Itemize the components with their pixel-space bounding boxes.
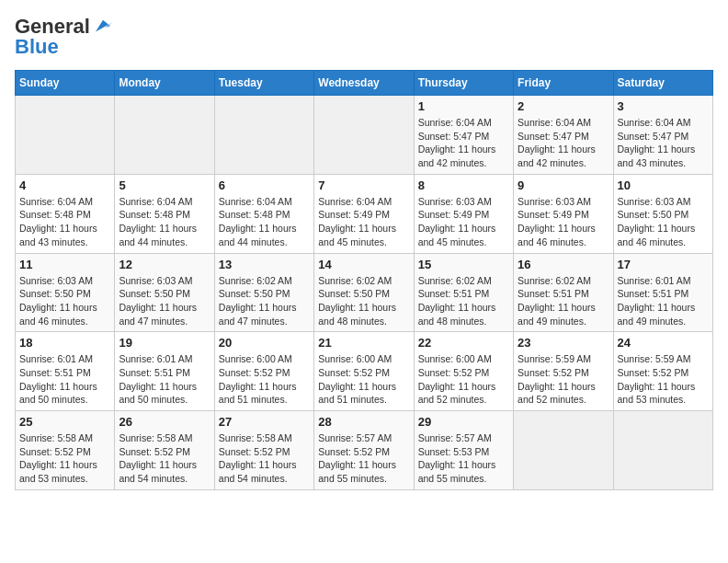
calendar-header-sunday: Sunday xyxy=(16,71,115,96)
day-number: 21 xyxy=(318,336,409,350)
calendar-week-row: 25Sunrise: 5:58 AMSunset: 5:52 PMDayligh… xyxy=(16,411,713,490)
calendar-week-row: 1Sunrise: 6:04 AMSunset: 5:47 PMDaylight… xyxy=(16,96,713,175)
calendar-header-monday: Monday xyxy=(115,71,214,96)
day-info: Sunrise: 6:04 AMSunset: 5:47 PMDaylight:… xyxy=(518,116,609,170)
day-number: 28 xyxy=(318,415,409,429)
calendar-week-row: 18Sunrise: 6:01 AMSunset: 5:51 PMDayligh… xyxy=(16,332,713,411)
calendar-cell xyxy=(16,96,115,175)
calendar-cell: 9Sunrise: 6:03 AMSunset: 5:49 PMDaylight… xyxy=(514,174,613,253)
calendar-cell: 15Sunrise: 6:02 AMSunset: 5:51 PMDayligh… xyxy=(414,253,513,332)
day-info: Sunrise: 6:03 AMSunset: 5:50 PMDaylight:… xyxy=(618,195,709,249)
day-info: Sunrise: 6:04 AMSunset: 5:48 PMDaylight:… xyxy=(19,195,110,249)
day-info: Sunrise: 6:00 AMSunset: 5:52 PMDaylight:… xyxy=(418,352,509,407)
calendar-week-row: 4Sunrise: 6:04 AMSunset: 5:48 PMDaylight… xyxy=(16,174,713,253)
calendar-cell: 11Sunrise: 6:03 AMSunset: 5:50 PMDayligh… xyxy=(16,253,115,332)
calendar-header-tuesday: Tuesday xyxy=(214,71,313,96)
day-number: 2 xyxy=(518,99,609,113)
calendar-cell: 29Sunrise: 5:57 AMSunset: 5:53 PMDayligh… xyxy=(414,411,513,490)
day-number: 25 xyxy=(19,415,110,429)
day-info: Sunrise: 6:03 AMSunset: 5:50 PMDaylight:… xyxy=(19,274,110,328)
day-number: 6 xyxy=(219,178,310,192)
calendar-cell xyxy=(613,411,712,490)
day-info: Sunrise: 5:57 AMSunset: 5:52 PMDaylight:… xyxy=(318,431,409,486)
calendar-cell: 25Sunrise: 5:58 AMSunset: 5:52 PMDayligh… xyxy=(16,411,115,490)
calendar-cell xyxy=(514,411,613,490)
day-number: 11 xyxy=(19,258,110,271)
day-info: Sunrise: 6:04 AMSunset: 5:47 PMDaylight:… xyxy=(618,116,709,170)
calendar-cell: 19Sunrise: 6:01 AMSunset: 5:51 PMDayligh… xyxy=(115,332,214,411)
day-info: Sunrise: 5:58 AMSunset: 5:52 PMDaylight:… xyxy=(219,431,310,486)
day-number: 3 xyxy=(618,99,709,113)
day-number: 27 xyxy=(219,415,310,429)
calendar-cell: 24Sunrise: 5:59 AMSunset: 5:52 PMDayligh… xyxy=(613,332,712,411)
calendar-cell: 26Sunrise: 5:58 AMSunset: 5:52 PMDayligh… xyxy=(115,411,214,490)
calendar-cell: 22Sunrise: 6:00 AMSunset: 5:52 PMDayligh… xyxy=(414,332,513,411)
day-number: 23 xyxy=(518,336,609,350)
calendar-cell: 14Sunrise: 6:02 AMSunset: 5:50 PMDayligh… xyxy=(314,253,414,332)
calendar-cell xyxy=(314,96,414,175)
calendar-cell xyxy=(214,96,313,175)
day-info: Sunrise: 6:02 AMSunset: 5:50 PMDaylight:… xyxy=(219,274,310,328)
day-info: Sunrise: 6:01 AMSunset: 5:51 PMDaylight:… xyxy=(618,274,709,328)
calendar-cell: 8Sunrise: 6:03 AMSunset: 5:49 PMDaylight… xyxy=(414,174,513,253)
day-info: Sunrise: 6:02 AMSunset: 5:51 PMDaylight:… xyxy=(418,274,509,328)
day-info: Sunrise: 6:03 AMSunset: 5:49 PMDaylight:… xyxy=(418,195,509,249)
day-number: 16 xyxy=(518,258,609,271)
logo-blue-text: Blue xyxy=(15,35,59,59)
day-number: 4 xyxy=(19,178,110,192)
day-number: 17 xyxy=(618,258,709,271)
svg-marker-0 xyxy=(96,20,112,32)
day-number: 7 xyxy=(318,178,409,192)
day-info: Sunrise: 6:04 AMSunset: 5:48 PMDaylight:… xyxy=(119,195,210,249)
day-number: 19 xyxy=(119,336,210,350)
calendar-cell: 27Sunrise: 5:58 AMSunset: 5:52 PMDayligh… xyxy=(214,411,313,490)
day-info: Sunrise: 6:03 AMSunset: 5:50 PMDaylight:… xyxy=(119,274,210,328)
day-number: 22 xyxy=(418,336,509,350)
day-info: Sunrise: 6:03 AMSunset: 5:49 PMDaylight:… xyxy=(518,195,609,249)
day-number: 13 xyxy=(219,258,310,271)
calendar-header-friday: Friday xyxy=(514,71,613,96)
day-info: Sunrise: 5:58 AMSunset: 5:52 PMDaylight:… xyxy=(119,431,210,486)
day-info: Sunrise: 5:58 AMSunset: 5:52 PMDaylight:… xyxy=(19,431,110,486)
calendar-cell: 18Sunrise: 6:01 AMSunset: 5:51 PMDayligh… xyxy=(16,332,115,411)
day-number: 10 xyxy=(618,178,709,192)
calendar-header-saturday: Saturday xyxy=(613,71,712,96)
calendar-cell: 17Sunrise: 6:01 AMSunset: 5:51 PMDayligh… xyxy=(613,253,712,332)
day-number: 20 xyxy=(219,336,310,350)
header: General Blue xyxy=(15,15,713,59)
calendar-header-row: SundayMondayTuesdayWednesdayThursdayFrid… xyxy=(16,71,713,96)
day-info: Sunrise: 6:00 AMSunset: 5:52 PMDaylight:… xyxy=(318,352,409,407)
day-info: Sunrise: 5:59 AMSunset: 5:52 PMDaylight:… xyxy=(618,352,709,407)
calendar-cell: 2Sunrise: 6:04 AMSunset: 5:47 PMDaylight… xyxy=(514,96,613,175)
day-info: Sunrise: 6:00 AMSunset: 5:52 PMDaylight:… xyxy=(219,352,310,407)
calendar-week-row: 11Sunrise: 6:03 AMSunset: 5:50 PMDayligh… xyxy=(16,253,713,332)
calendar-cell: 4Sunrise: 6:04 AMSunset: 5:48 PMDaylight… xyxy=(16,174,115,253)
day-number: 18 xyxy=(19,336,110,350)
day-number: 24 xyxy=(618,336,709,350)
day-number: 8 xyxy=(418,178,509,192)
day-info: Sunrise: 6:01 AMSunset: 5:51 PMDaylight:… xyxy=(119,352,210,407)
logo: General Blue xyxy=(15,15,114,59)
day-number: 14 xyxy=(318,258,409,271)
calendar-header-wednesday: Wednesday xyxy=(314,71,414,96)
calendar-cell: 13Sunrise: 6:02 AMSunset: 5:50 PMDayligh… xyxy=(214,253,313,332)
day-info: Sunrise: 6:04 AMSunset: 5:48 PMDaylight:… xyxy=(219,195,310,249)
day-info: Sunrise: 6:02 AMSunset: 5:50 PMDaylight:… xyxy=(318,274,409,328)
calendar-cell: 3Sunrise: 6:04 AMSunset: 5:47 PMDaylight… xyxy=(613,96,712,175)
calendar-cell: 12Sunrise: 6:03 AMSunset: 5:50 PMDayligh… xyxy=(115,253,214,332)
calendar-cell: 5Sunrise: 6:04 AMSunset: 5:48 PMDaylight… xyxy=(115,174,214,253)
day-number: 12 xyxy=(119,258,210,271)
calendar-cell xyxy=(115,96,214,175)
day-info: Sunrise: 6:02 AMSunset: 5:51 PMDaylight:… xyxy=(518,274,609,328)
day-info: Sunrise: 6:04 AMSunset: 5:49 PMDaylight:… xyxy=(318,195,409,249)
calendar-cell: 10Sunrise: 6:03 AMSunset: 5:50 PMDayligh… xyxy=(613,174,712,253)
calendar-cell: 16Sunrise: 6:02 AMSunset: 5:51 PMDayligh… xyxy=(514,253,613,332)
day-number: 5 xyxy=(119,178,210,192)
calendar-cell: 23Sunrise: 5:59 AMSunset: 5:52 PMDayligh… xyxy=(514,332,613,411)
day-info: Sunrise: 6:04 AMSunset: 5:47 PMDaylight:… xyxy=(418,116,509,170)
calendar-cell: 1Sunrise: 6:04 AMSunset: 5:47 PMDaylight… xyxy=(414,96,513,175)
day-number: 26 xyxy=(119,415,210,429)
calendar-cell: 6Sunrise: 6:04 AMSunset: 5:48 PMDaylight… xyxy=(214,174,313,253)
day-info: Sunrise: 5:59 AMSunset: 5:52 PMDaylight:… xyxy=(518,352,609,407)
day-number: 29 xyxy=(418,415,509,429)
